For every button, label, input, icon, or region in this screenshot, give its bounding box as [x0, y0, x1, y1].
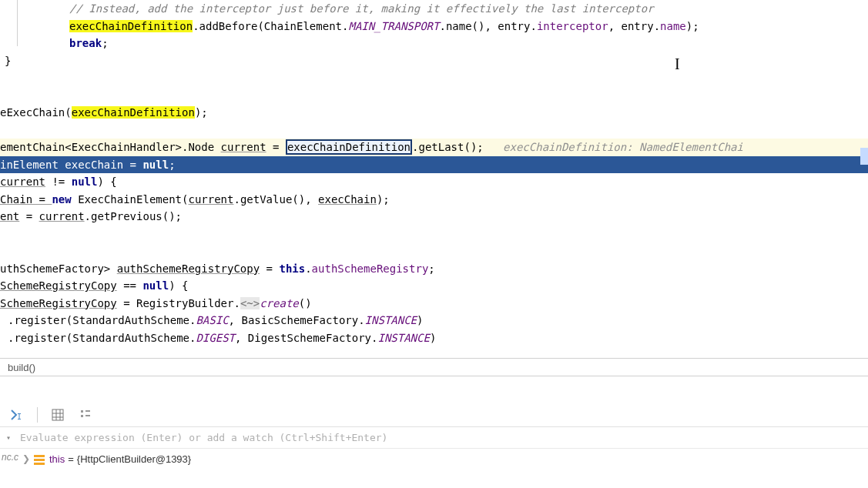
breadcrumb[interactable]: build() — [0, 358, 868, 376]
code-if: SchemeRegistryCopy == null) { — [0, 277, 868, 295]
eq: = — [68, 453, 74, 465]
scrollbar-marker[interactable] — [860, 148, 868, 165]
debug-toolbar: I — [0, 403, 868, 427]
code-if: current != null) { — [0, 173, 868, 191]
evaluate-expression-input[interactable] — [14, 429, 865, 446]
code-brace: } — [0, 52, 868, 70]
svg-rect-8 — [81, 415, 83, 417]
grid-icon[interactable] — [50, 407, 65, 423]
object-icon — [34, 453, 46, 464]
panel-spacer — [0, 376, 868, 403]
fold-guide — [17, 0, 18, 46]
expand-icon[interactable]: ❯ — [22, 453, 31, 464]
watch-input-row: ▾ — [0, 427, 868, 449]
variable-name: this — [49, 453, 65, 465]
svg-rect-1 — [52, 409, 63, 420]
code-call: eExecChain(execChainDefinition); — [0, 104, 868, 122]
code-builder: SchemeRegistryCopy = RegistryBuilder.<~>… — [0, 295, 868, 313]
code-break: break; — [0, 35, 868, 52]
code-decl: uthSchemeFactory> authSchemeRegistryCopy… — [0, 260, 868, 278]
separator — [37, 407, 38, 423]
code-current-line: ementChain<ExecChainHandler>.Node curren… — [0, 139, 868, 156]
code-exec-line: inElement execChain = null; — [0, 156, 868, 174]
code-assign: Chain = new ExecChainElement(current.get… — [0, 191, 868, 209]
code-editor[interactable]: // Instead, add the interceptor just bef… — [0, 0, 868, 358]
text-caret: I — [675, 55, 680, 73]
code-statement: execChainDefinition.addBefore(ChainEleme… — [0, 18, 868, 35]
variables-panel: nc.c ❯ this = {HttpClientBuilder@1393} — [0, 449, 868, 469]
variables-tree[interactable]: ❯ this = {HttpClientBuilder@1393} — [22, 449, 868, 469]
svg-text:I: I — [17, 413, 22, 421]
code-register: .register(StandardAuthScheme.BASIC, Basi… — [0, 312, 868, 329]
chevron-down-icon[interactable]: ▾ — [3, 433, 14, 442]
svg-rect-9 — [85, 415, 90, 416]
code-register: .register(StandardAuthScheme.DIGEST, Dig… — [0, 329, 868, 347]
variable-value: {HttpClientBuilder@1393} — [77, 453, 191, 465]
tree-icon[interactable] — [78, 407, 93, 423]
svg-rect-7 — [85, 410, 90, 412]
svg-rect-6 — [81, 410, 83, 413]
variable-row[interactable]: ❯ this = {HttpClientBuilder@1393} — [22, 450, 868, 467]
evaluate-icon[interactable]: I — [9, 407, 25, 423]
breadcrumb-method[interactable]: build() — [8, 362, 35, 373]
vars-source-label: nc.c — [0, 449, 22, 469]
code-comment: // Instead, add the interceptor just bef… — [0, 2, 654, 15]
code-assign: ent = current.getPrevious(); — [0, 208, 868, 226]
